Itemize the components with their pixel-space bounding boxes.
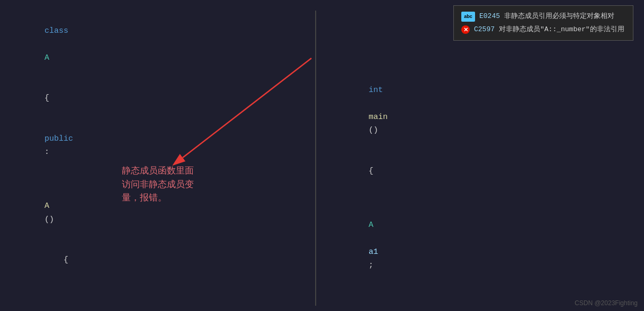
abc-icon: abc: [461, 12, 475, 22]
tooltip-row-2: ✕ C2597 对非静态成员"A::_number"的非法引用: [461, 23, 625, 36]
panel-divider: [315, 11, 316, 306]
class-name-A: A: [44, 53, 49, 62]
var-a1: a1: [369, 248, 378, 257]
rcode-line-2: {: [340, 151, 626, 191]
watermark-text: CSDN @2023Fighting: [575, 299, 638, 307]
code-line-5: {: [16, 240, 312, 281]
kw-public: public: [44, 134, 73, 143]
annotation-box: 静态成员函数里面 访问非静态成员变 量，报错。: [122, 164, 194, 205]
type-A-1: A: [369, 221, 373, 230]
kw-class: class: [44, 26, 68, 35]
code-line-1: class A: [16, 11, 312, 78]
kw-int-main: int: [369, 86, 383, 95]
fn-main: main: [369, 113, 388, 122]
rcode-line-4: A a2 ;: [340, 286, 626, 311]
error-tooltip: abc E0245 非静态成员引用必须与特定对象相对 ✕ C2597 对非静态成…: [453, 5, 633, 41]
error-text-2: 对非静态成员"A::_number"的非法引用: [499, 23, 624, 36]
space: [44, 40, 49, 49]
annotation-text: 静态成员函数里面 访问非静态成员变 量，报错。: [122, 166, 194, 203]
rcode-line-3: A a1 ;: [340, 191, 626, 286]
code-line-2: {: [16, 78, 312, 119]
error-code-1: E0245: [479, 10, 500, 23]
rcode-line-1: int main (): [340, 70, 626, 151]
fn-A: A: [44, 202, 49, 211]
error-code-2: C2597: [474, 23, 495, 36]
left-code-panel: class A { public : A () { _a ++;: [5, 11, 312, 306]
tooltip-row-1: abc E0245 非静态成员引用必须与特定对象相对: [461, 10, 625, 23]
main-container: abc E0245 非静态成员引用必须与特定对象相对 ✕ C2597 对非静态成…: [0, 0, 644, 311]
code-line-6: _a ++;: [16, 280, 312, 311]
watermark: CSDN @2023Fighting: [575, 299, 638, 307]
error-text-1: 非静态成员引用必须与特定对象相对: [504, 10, 614, 23]
error-icon: ✕: [461, 25, 470, 34]
right-code-panel: int main () { A a1 ; A a2 ;: [319, 11, 626, 306]
